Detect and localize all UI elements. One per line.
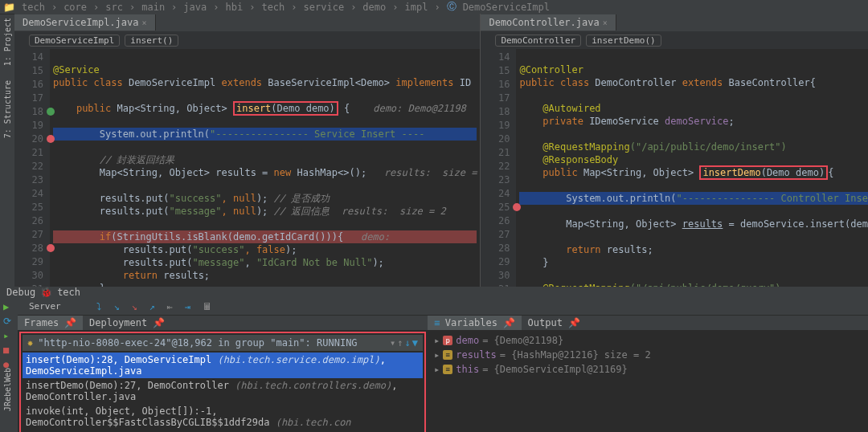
expand-icon[interactable]: ▸ <box>434 335 440 346</box>
thread-dropdown[interactable]: ✸ "http-nio-8080-exec-24"@18,962 in grou… <box>23 335 423 351</box>
resume-icon[interactable]: ▸ <box>3 330 14 341</box>
next-frame-icon[interactable]: ↓ <box>405 337 411 348</box>
code-editor-left[interactable]: @Service public class DemoServiceImpl ex… <box>50 49 480 287</box>
breadcrumb-method[interactable]: insertDemo() <box>586 35 661 47</box>
rerun-icon[interactable]: ▶ <box>3 301 14 312</box>
output-tab[interactable]: Output 📌 <box>522 316 587 330</box>
variables-list: ▸pdemo = {Demo@21198} ▸≡results = {HashM… <box>428 330 868 380</box>
prev-frame-icon[interactable]: ↑ <box>397 337 403 348</box>
step-over-icon[interactable]: ⤵ <box>96 301 108 312</box>
stop-icon[interactable]: ■ <box>3 344 14 356</box>
left-tool-window-bar: 1: Project 7: Structure <box>0 14 14 287</box>
server-tab[interactable]: Server <box>23 300 68 313</box>
drop-frame-icon[interactable]: ⇤ <box>167 301 178 312</box>
structure-tab[interactable]: 7: Structure <box>3 80 12 138</box>
breadcrumb-method[interactable]: insert() <box>125 35 178 47</box>
run-to-cursor-icon[interactable]: ⇥ <box>185 301 196 312</box>
breadcrumb-class[interactable]: DemoController <box>495 35 581 47</box>
pin-icon[interactable]: 📌 <box>64 317 76 328</box>
web-tab[interactable]: Web <box>3 368 12 382</box>
frames-tab[interactable]: Frames 📌 <box>18 316 83 330</box>
folder-icon: 📁 <box>3 2 15 13</box>
left-editor-pane: DemoServiceImpl.java × DemoServiceImpl i… <box>14 14 481 287</box>
expand-icon[interactable]: ▸ <box>434 349 440 361</box>
line-gutter[interactable]: 14 15 16 17 18 19 20 21 22 23 24 25 26 2… <box>14 49 50 287</box>
editor-tab-democontroller[interactable]: DemoController.java × <box>481 14 616 31</box>
editor-tab-demoserviceimpl[interactable]: DemoServiceImpl.java × <box>14 14 156 31</box>
obj-badge: ≡ <box>443 350 452 360</box>
breadcrumb-nav: 📁 tech› core› src› main› java› hbi› tech… <box>0 0 868 14</box>
thread-icon: ✸ <box>27 337 33 348</box>
expand-icon[interactable]: ▸ <box>434 364 440 375</box>
stack-frame[interactable]: invoke(int, Object, Object[]):-1, DemoCo… <box>23 404 423 430</box>
debug-toolbar: Server ⤵ ↘ ↘ ↗ ⇤ ⇥ 🖩 <box>18 298 868 316</box>
stack-frames-list: insert(Demo):28, DemoServiceImpl (hbi.te… <box>23 351 423 432</box>
bug-icon: 🐞 <box>40 287 52 298</box>
force-step-icon[interactable]: ↘ <box>132 301 143 312</box>
step-into-icon[interactable]: ↘ <box>114 301 125 312</box>
evaluate-icon[interactable]: 🖩 <box>203 301 214 312</box>
debug-title-bar: Debug 🐞 tech <box>0 287 868 298</box>
param-badge: p <box>443 336 452 345</box>
deployment-tab[interactable]: Deployment 📌 <box>83 316 171 330</box>
class-icon: Ⓒ <box>447 0 457 14</box>
breadcrumb-class[interactable]: DemoServiceImpl <box>29 35 120 47</box>
close-icon[interactable]: × <box>142 18 147 27</box>
filter-icon[interactable]: ▼ <box>412 337 418 348</box>
code-editor-right[interactable]: @Controller public class DemoController … <box>516 49 868 287</box>
stack-frame[interactable]: insert(Demo):28, DemoServiceImpl (hbi.te… <box>23 353 423 378</box>
variable-row[interactable]: ▸≡results = {HashMap@21216} size = 2 <box>432 348 863 362</box>
pin-icon[interactable]: 📌 <box>568 317 580 328</box>
bottom-tool-bar: Web JRebel <box>0 368 14 432</box>
pin-icon[interactable]: 📌 <box>153 317 165 328</box>
project-tab[interactable]: 1: Project <box>3 18 12 66</box>
variable-row[interactable]: ▸≡this = {DemoServiceImpl@21169} <box>432 362 863 377</box>
stack-frame[interactable]: insertDemo(Demo):27, DemoController (hbi… <box>23 378 423 404</box>
step-out-icon[interactable]: ↗ <box>149 301 161 312</box>
dropdown-icon[interactable]: ▾ <box>390 337 395 348</box>
variable-row[interactable]: ▸pdemo = {Demo@21198} <box>432 333 863 348</box>
variables-tab[interactable]: ≡ Variables 📌 <box>428 316 522 330</box>
close-icon[interactable]: × <box>603 18 608 27</box>
obj-badge: ≡ <box>443 365 452 374</box>
line-gutter[interactable]: 14 15 16 17 18 19 20 21 22 23 24 25 26 2… <box>481 49 516 287</box>
jrebel-tab[interactable]: JRebel <box>3 382 12 411</box>
update-icon[interactable]: ⟳ <box>3 316 14 327</box>
pin-icon[interactable]: 📌 <box>503 317 515 328</box>
right-editor-pane: DemoController.java × DemoController ins… <box>481 14 868 287</box>
frames-redbox: ✸ "http-nio-8080-exec-24"@18,962 in grou… <box>19 332 426 432</box>
